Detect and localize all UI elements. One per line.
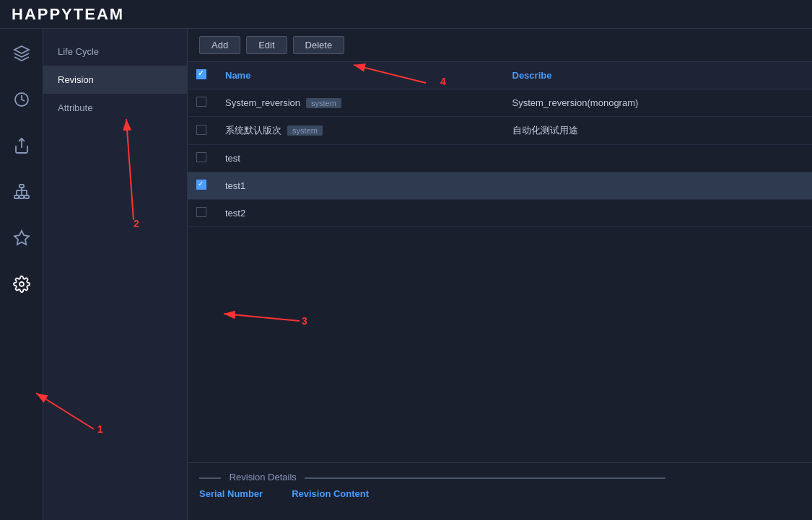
table-row: 系统默认版次system自动化测试用途 [188, 117, 812, 145]
row-name: 系统默认版次system [217, 117, 504, 145]
col-name-header: Name [217, 62, 504, 89]
bottom-section: Revision Details Serial Number Revision … [188, 462, 812, 520]
row-describe [504, 172, 813, 200]
nav-item-revision[interactable]: Revision [43, 66, 187, 94]
nav-item-lifecycle[interactable]: Life Cycle [43, 38, 187, 66]
serial-number-header: Serial Number [199, 488, 263, 499]
table-row: test1 [188, 172, 812, 200]
row-name: test2 [217, 200, 504, 227]
svg-rect-3 [19, 185, 24, 188]
layers-icon[interactable] [9, 40, 35, 66]
clock-icon[interactable] [9, 87, 35, 113]
row-checkbox[interactable] [196, 207, 206, 217]
svg-rect-4 [14, 195, 19, 198]
star-icon[interactable] [9, 225, 35, 251]
left-nav: Life Cycle Revision Attribute [43, 29, 188, 520]
row-describe: 自动化测试用途 [504, 117, 813, 145]
row-checkbox[interactable] [196, 180, 206, 190]
table-row: test [188, 145, 812, 172]
svg-point-13 [19, 282, 24, 286]
svg-rect-6 [25, 195, 29, 198]
main-content: Add Edit Delete Name Describe [188, 29, 812, 520]
table-row: System_reversionsystemSystem_reversion(m… [188, 89, 812, 117]
delete-button[interactable]: Delete [293, 36, 345, 54]
add-button[interactable]: Add [199, 36, 240, 54]
header: HAPPYTEAM [0, 0, 812, 29]
hierarchy-icon[interactable] [9, 179, 35, 205]
share-icon[interactable] [9, 133, 35, 159]
row-name: System_reversionsystem [217, 89, 504, 117]
table-row: test2 [188, 200, 812, 227]
toolbar: Add Edit Delete [188, 29, 812, 62]
bottom-cols: Serial Number Revision Content [199, 488, 800, 499]
row-describe [504, 145, 813, 172]
settings-icon[interactable] [9, 271, 35, 297]
main-layout: Life Cycle Revision Attribute Add Edit D… [0, 29, 812, 520]
svg-rect-5 [19, 195, 24, 198]
divider-left [199, 477, 221, 479]
bottom-section-label: Revision Details [230, 472, 297, 482]
row-name: test [217, 145, 504, 172]
row-checkbox[interactable] [196, 125, 206, 135]
table-container: Name Describe System_reversionsystemSyst… [188, 62, 812, 462]
select-all-checkbox[interactable] [196, 69, 206, 79]
edit-button[interactable]: Edit [246, 36, 287, 54]
row-describe [504, 200, 813, 227]
row-checkbox[interactable] [196, 152, 206, 162]
col-describe-header: Describe [504, 62, 813, 89]
revision-table: Name Describe System_reversionsystemSyst… [188, 62, 812, 227]
svg-marker-12 [14, 231, 29, 244]
revision-content-header: Revision Content [292, 488, 369, 499]
sidebar-icons [0, 29, 43, 520]
system-badge: system [306, 98, 341, 108]
table-header-row: Name Describe [188, 62, 812, 89]
row-name: test1 [217, 172, 504, 200]
row-checkbox[interactable] [196, 97, 206, 107]
app-title: HAPPYTEAM [12, 5, 124, 24]
bottom-title: Revision Details [199, 472, 800, 482]
svg-marker-0 [14, 46, 29, 53]
system-badge: system [287, 125, 323, 136]
row-describe: System_reversion(monogram) [504, 89, 813, 117]
nav-item-attribute[interactable]: Attribute [43, 94, 187, 122]
